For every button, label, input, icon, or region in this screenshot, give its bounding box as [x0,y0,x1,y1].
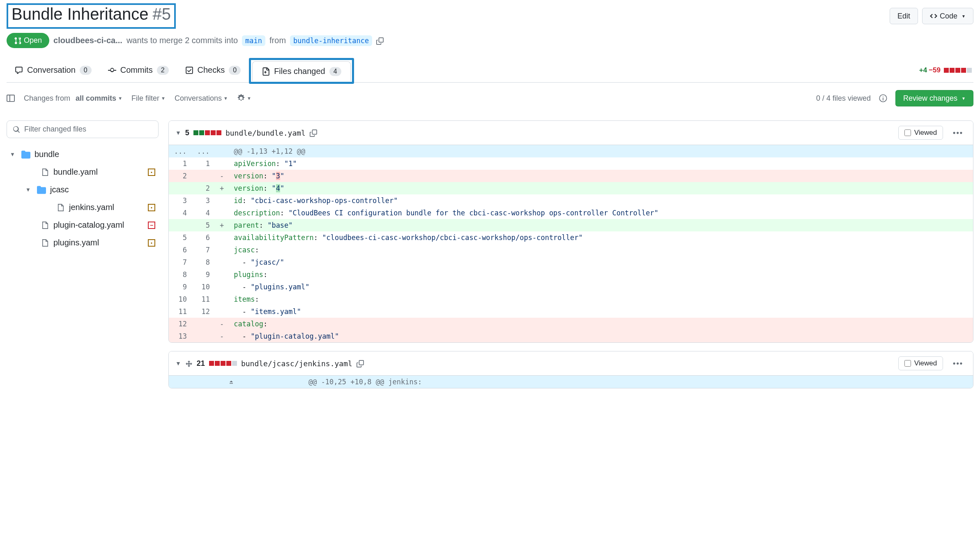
code-line: - "jcasc/" [229,256,973,268]
modified-badge [148,239,155,247]
code-line: - "plugins.yaml" [229,281,973,293]
old-line-num[interactable]: 1 [169,157,192,170]
new-line-num[interactable]: 1 [192,157,215,170]
old-line-num[interactable] [169,219,192,231]
code-icon [930,12,937,20]
collapse-file-icon[interactable]: ▼ [175,129,181,136]
diff-stat: +4 −59 [919,66,973,74]
changes-from-dropdown[interactable]: Changes from all commits ▼ [24,94,122,103]
new-line-num[interactable] [192,330,215,342]
collapse-file-icon[interactable]: ▼ [175,360,181,367]
new-line-num[interactable]: 8 [192,256,215,268]
edit-button[interactable]: Edit [890,8,918,24]
new-line-num[interactable]: 2 [192,182,215,194]
expand-hunk-icon[interactable]: ... [169,145,192,157]
new-line-num[interactable]: 12 [192,305,215,318]
pr-merge-text: wants to merge 2 commits into [127,36,238,45]
code-line: items: [229,293,973,305]
code-button[interactable]: Code ▼ [922,8,973,24]
viewed-checkbox[interactable]: Viewed [898,126,943,140]
old-line-num[interactable]: 9 [169,281,192,293]
old-line-num[interactable] [169,182,192,194]
tree-file-plugin-catalog-yaml[interactable]: plugin-catalog.yaml [7,216,159,234]
file-changes-count: 21 [197,359,205,368]
file-icon [41,239,49,247]
conversations-dropdown[interactable]: Conversations ▼ [175,94,228,103]
diff-line: 56availabilityPattern: "cloudbees-ci-cas… [169,231,973,244]
new-line-num[interactable]: 7 [192,244,215,256]
old-line-num[interactable]: 2 [169,170,192,182]
old-line-num[interactable]: 13 [169,330,192,342]
pr-title: Bundle Inheritance [12,5,149,23]
tree-folder-jcasc[interactable]: ▼ jcasc [7,181,159,199]
old-line-num[interactable]: 3 [169,194,192,207]
diff-line: 13- - "plugin-catalog.yaml" [169,330,973,342]
code-line: catalog: [229,318,973,330]
code-line: plugins: [229,268,973,281]
pr-author[interactable]: cloudbees-ci-ca... [53,36,122,45]
old-line-num[interactable]: 5 [169,231,192,244]
file-diff-jenkins-yaml: ▼ 21 bundle/jcasc/jenkins.yaml [168,351,973,388]
hunk-header: @@ -10,25 +10,8 @@ jenkins: [304,376,973,388]
file-menu-icon[interactable]: ••• [950,358,966,370]
old-line-num[interactable]: 4 [169,207,192,219]
diff-line: 2-version: "3" [169,170,973,182]
code-line: parent: "base" [229,219,973,231]
file-changes-count: 5 [185,129,189,137]
new-line-num[interactable]: 9 [192,268,215,281]
old-line-num[interactable]: 7 [169,256,192,268]
deleted-badge [148,222,155,229]
new-line-num[interactable]: 10 [192,281,215,293]
tab-files-changed-highlight: Files changed 4 [249,58,354,84]
copy-path-icon[interactable] [310,129,317,137]
tree-file-jenkins-yaml[interactable]: jenkins.yaml [7,199,159,216]
info-icon[interactable] [879,94,887,102]
new-line-num[interactable]: 4 [192,207,215,219]
tab-checks[interactable]: Checks 0 [177,60,249,81]
file-tree-toggle-icon[interactable] [7,94,15,102]
head-branch[interactable]: bundle-inheritance [290,35,372,46]
modified-badge [148,169,155,176]
new-line-num[interactable]: 11 [192,293,215,305]
base-branch[interactable]: main [242,35,265,46]
file-menu-icon[interactable]: ••• [950,127,966,139]
code-line: availabilityPattern: "cloudbees-ci-casc-… [229,231,973,244]
file-diff-icon [262,67,270,76]
copy-branch-icon[interactable] [376,36,384,45]
checks-icon [185,66,193,74]
diff-line: 910 - "plugins.yaml" [169,281,973,293]
copy-path-icon[interactable] [357,359,364,368]
tree-folder-bundle[interactable]: ▼ bundle [7,146,159,163]
pr-icon [14,37,21,44]
search-icon [13,126,20,133]
tree-file-plugins-yaml[interactable]: plugins.yaml [7,234,159,252]
old-line-num[interactable]: 12 [169,318,192,330]
code-line: version: "3" [229,170,973,182]
tab-conversation[interactable]: Conversation 0 [7,60,100,81]
old-line-num[interactable]: 8 [169,268,192,281]
diff-line: 12-catalog: [169,318,973,330]
new-line-num[interactable] [192,170,215,182]
old-line-num[interactable]: 6 [169,244,192,256]
new-line-num[interactable]: 3 [192,194,215,207]
old-line-num[interactable]: 11 [169,305,192,318]
tab-files-changed[interactable]: Files changed 4 [252,61,350,81]
tab-commits[interactable]: Commits 2 [100,60,177,81]
old-line-num[interactable]: 10 [169,293,192,305]
pr-state-badge: Open [7,33,49,48]
filter-files-input[interactable]: Filter changed files [7,120,159,138]
new-line-num[interactable] [192,318,215,330]
file-path[interactable]: bundle/bundle.yaml [225,129,306,137]
viewed-checkbox[interactable]: Viewed [898,356,943,370]
new-line-num[interactable]: 6 [192,231,215,244]
review-changes-button[interactable]: Review changes ▼ [895,90,973,106]
tree-file-bundle-yaml[interactable]: bundle.yaml [7,163,159,181]
diff-settings-dropdown[interactable]: ▼ [237,94,251,102]
file-path[interactable]: bundle/jcasc/jenkins.yaml [241,359,352,368]
diff-squares [209,361,237,366]
expand-hunk-up-icon[interactable] [169,376,294,388]
expand-all-icon[interactable] [185,359,193,368]
new-line-num[interactable]: 5 [192,219,215,231]
folder-icon [37,185,46,194]
file-filter-dropdown[interactable]: File filter ▼ [131,94,166,103]
